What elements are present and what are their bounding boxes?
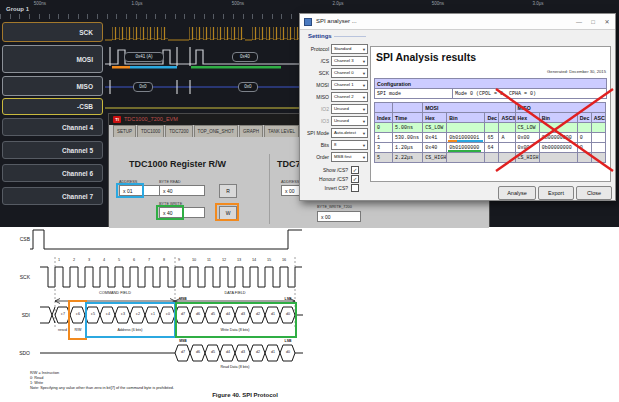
generated-timestamp: Generated: December 30, 2015 (547, 69, 606, 74)
chevron-down-icon: ▼ (362, 106, 366, 114)
settings-heading: Settings (308, 33, 332, 39)
sdo-bit: d5 (206, 350, 220, 354)
tab-graph[interactable]: GRAPH (239, 125, 263, 137)
spi-protocol-figure: CSB SCK SDI SDO 1 2 3 4 (0, 227, 619, 402)
close-button[interactable]: ✕ (601, 17, 613, 27)
honour-cs-checkbox[interactable]: ✓ (351, 175, 359, 183)
lsb-label: LSB (281, 339, 295, 343)
note-line: 1: Write (30, 381, 43, 385)
byte-write-7200-label: BYTE_WRITE_7200 (317, 205, 352, 209)
miso-label: MISO (302, 94, 329, 100)
result-row[interactable]: 1530.00ns 0x41 0b01000001 65A 0x000b0000… (375, 133, 606, 143)
sdi-bit: c1 (146, 312, 160, 316)
analyse-button[interactable]: Analyse (498, 186, 536, 200)
sdi-bit: d4 (221, 312, 235, 316)
clock-number: 2 (68, 258, 80, 262)
tab-tdc7200[interactable]: TDC7200 (165, 125, 192, 137)
sdo-bit: d2 (251, 350, 265, 354)
write-data-sublabel: Write Data (8 bits) (180, 328, 290, 332)
clock-number: 10 (188, 258, 200, 262)
chevron-down-icon: ▼ (362, 130, 366, 138)
lsb-label: LSB (281, 297, 295, 301)
spi-title-bar[interactable]: SPI analyser ... — □ ✕ (300, 14, 615, 30)
order-label: Order (302, 154, 329, 160)
sdi-bit: c5 (86, 312, 100, 316)
read-data-sublabel: Read Data (8 bits) (180, 365, 290, 369)
order-dropdown[interactable]: MSB first▼ (331, 152, 368, 162)
bits-label: Bits (302, 142, 329, 148)
screenshot-root: 500ns 1.0μs 500ns 2.0μs 500ns 3.0μs Grou… (0, 0, 619, 402)
byte-read-field[interactable]: x 40 (159, 185, 205, 196)
show-cs-checkbox[interactable]: ✓ (351, 166, 359, 174)
data-byte-underline (448, 150, 481, 152)
clock-number: 5 (113, 258, 125, 262)
result-row[interactable]: 52.22μs CS_HIGH CS_HIGH (375, 153, 606, 163)
read-button[interactable]: R (219, 184, 237, 198)
cs-channel-dropdown[interactable]: Channel 3▼ (331, 56, 368, 66)
sck-clock-burst (112, 27, 168, 40)
sdi-bit: c7 (56, 312, 70, 316)
spi-mode-dropdown[interactable]: Auto-detect▼ (331, 128, 368, 138)
sdi-bit: c2 (131, 312, 145, 316)
clock-number: 8 (158, 258, 170, 262)
clock-number: 1 (53, 258, 65, 262)
miso-channel-dropdown[interactable]: Channel 2▼ (331, 92, 368, 102)
cs-label: /CS (302, 58, 329, 64)
tab-tank-level[interactable]: TANK LEVEL (264, 125, 299, 137)
io3-dropdown[interactable]: Unused▼ (331, 116, 368, 126)
sdi-bit: d7 (176, 312, 190, 316)
spi-results-pane: SPI Analysis results Generated: December… (370, 46, 611, 182)
tab-tdc1000[interactable]: TDC1000 (137, 125, 164, 137)
io2-dropdown[interactable]: Unused▼ (331, 104, 368, 114)
chevron-down-icon: ▼ (362, 46, 366, 54)
spi-mode-label: SPI Mode (302, 130, 329, 136)
byte-write-7200-field[interactable]: x 00 (317, 211, 361, 222)
chevron-down-icon: ▼ (362, 94, 366, 102)
export-button[interactable]: Export (538, 186, 574, 200)
sdi-bit: d2 (251, 312, 265, 316)
note-line: 0: Read (30, 376, 43, 380)
protocol-dropdown[interactable]: Standard▼ (331, 44, 368, 54)
clock-number: 9 (173, 258, 185, 262)
mosi-channel-dropdown[interactable]: Channel 1▼ (331, 80, 368, 90)
tab-setup[interactable]: SETUP (113, 125, 136, 137)
chevron-down-icon: ▼ (362, 118, 366, 126)
mosi-frame-value: 0x40 (232, 52, 258, 62)
sdi-bit: d1 (266, 312, 280, 316)
spi-analyser-window: SPI analyser ... — □ ✕ Settings Protocol… (299, 13, 616, 201)
tab-top-one-shot[interactable]: TOP_ONE_SHOT (194, 125, 238, 137)
sdi-bit: c4 (101, 312, 115, 316)
msb-label: MSB (176, 339, 190, 343)
mosi-frame-value: 0x41 (A) (124, 52, 164, 62)
clock-number: 4 (98, 258, 110, 262)
data-marker (191, 66, 281, 69)
chevron-down-icon: ▼ (362, 82, 366, 90)
note-line: Note: Specifying any value other than ze… (30, 386, 174, 390)
sdi-bit: c6 (71, 312, 85, 316)
close-results-button[interactable]: Close (576, 186, 612, 200)
sck-label: SCK (302, 70, 329, 76)
write-button-highlight-box (215, 203, 239, 221)
bits-dropdown[interactable]: 8▼ (331, 140, 368, 150)
invert-cs-checkbox[interactable] (351, 184, 359, 192)
sdi-bit: d0 (281, 312, 295, 316)
miso-frame-value: 0x0 (133, 82, 153, 92)
protocol-label: Protocol (302, 46, 329, 52)
settings-divider (334, 36, 366, 37)
address-sublabel: Address (6 bits) (90, 328, 170, 332)
chevron-down-icon: ▼ (362, 70, 366, 78)
miso-group-header: MISO (515, 103, 605, 113)
result-row[interactable]: 05.00ns CS_LOW CS_LOW (375, 123, 606, 133)
address-highlight-box (116, 183, 144, 198)
result-row[interactable]: 31.20μs 0x40 0b01000000 64 0x000b0000000… (375, 143, 606, 153)
io3-label: IO3 (302, 118, 329, 124)
sdo-bit: d7 (176, 350, 190, 354)
maximize-button[interactable]: □ (587, 17, 599, 27)
miso-frame-value: 0x0 (238, 82, 258, 92)
clock-number: 3 (83, 258, 95, 262)
sck-channel-dropdown[interactable]: Channel 0▼ (331, 68, 368, 78)
minimize-button[interactable]: — (573, 17, 585, 27)
sdo-bit: d4 (221, 350, 235, 354)
spi-app-icon (304, 18, 312, 26)
note-line: R/W = Instruction (30, 371, 59, 375)
